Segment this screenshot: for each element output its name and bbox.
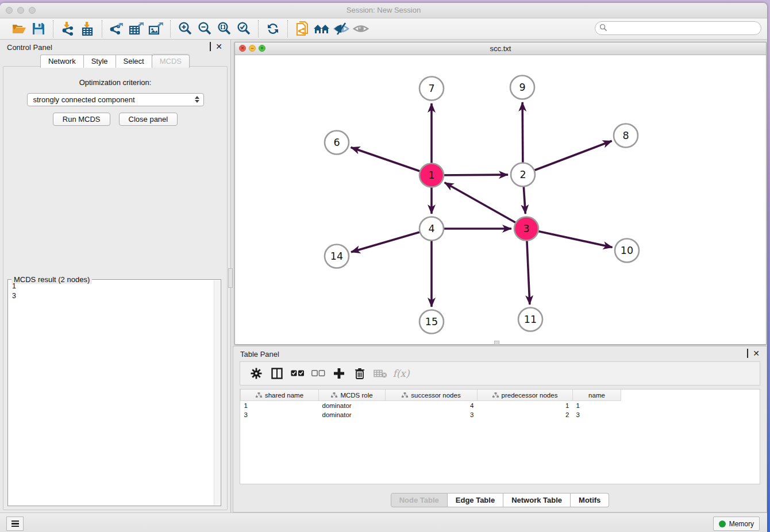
import-network-icon bbox=[60, 21, 76, 36]
export-image-button[interactable] bbox=[146, 21, 165, 37]
table-panel-title: Table Panel bbox=[240, 350, 279, 358]
table-row[interactable]: 3 dominator 3 2 3 bbox=[241, 410, 621, 419]
table-toolbar: f(x) bbox=[240, 361, 760, 385]
delete-table-button[interactable] bbox=[370, 364, 391, 383]
graph-node-label-4: 4 bbox=[428, 223, 434, 234]
table-tabs: Node Table Edge Table Network Table Moti… bbox=[233, 493, 767, 507]
col-successor-nodes[interactable]: successor nodes bbox=[386, 390, 478, 401]
open-file-button[interactable] bbox=[9, 21, 29, 37]
network-graph[interactable]: 7968124314101511 bbox=[235, 55, 766, 344]
task-history-button[interactable] bbox=[6, 516, 24, 531]
tab-motifs[interactable]: Motifs bbox=[571, 493, 609, 507]
col-name[interactable]: name bbox=[573, 390, 621, 401]
network-view-window: ✕ − + scc.txt 7968124314101511 bbox=[234, 42, 767, 345]
hide-selected-button[interactable] bbox=[332, 21, 351, 37]
title-bar[interactable]: Session: New Session bbox=[0, 3, 767, 18]
float-panel-button[interactable] bbox=[210, 43, 211, 50]
column-type-icon bbox=[331, 392, 337, 398]
table-float-button[interactable] bbox=[747, 350, 748, 357]
col-mcds-role[interactable]: MCDS role bbox=[319, 390, 386, 401]
gear-icon bbox=[251, 368, 262, 379]
tab-edge-table[interactable]: Edge Table bbox=[448, 493, 503, 507]
delete-table-icon bbox=[374, 369, 387, 378]
zoom-fit-button[interactable] bbox=[214, 21, 234, 37]
save-session-button[interactable] bbox=[29, 21, 48, 37]
column-layout-icon bbox=[271, 368, 283, 379]
graph-edge-3-10[interactable] bbox=[526, 229, 613, 247]
vertical-splitter-handle[interactable] bbox=[228, 268, 233, 288]
zoom-out-icon bbox=[197, 21, 212, 36]
import-network-button[interactable] bbox=[58, 21, 78, 37]
graph-node-label-10: 10 bbox=[621, 245, 633, 256]
tab-network[interactable]: Network bbox=[40, 55, 84, 68]
memory-button[interactable]: Memory bbox=[713, 516, 760, 531]
horizontal-splitter-handle[interactable] bbox=[494, 341, 499, 345]
main-area: Control Panel ✕ Network Style Select MCD… bbox=[0, 40, 767, 512]
show-all-button[interactable] bbox=[351, 21, 371, 37]
table-panel: Table Panel ✕ bbox=[233, 346, 767, 512]
tab-style[interactable]: Style bbox=[83, 55, 116, 68]
import-table-icon bbox=[80, 21, 95, 36]
import-table-button[interactable] bbox=[78, 21, 97, 37]
network-window-titlebar[interactable]: ✕ − + scc.txt bbox=[235, 43, 766, 55]
deselect-all-button[interactable] bbox=[308, 364, 329, 383]
close-panel-button[interactable]: Close panel bbox=[119, 113, 178, 126]
column-type-icon bbox=[256, 392, 262, 398]
graph-node-label-6: 6 bbox=[333, 137, 340, 148]
criterion-dropdown[interactable]: strongly connected component bbox=[27, 93, 204, 106]
export-network-icon bbox=[109, 21, 125, 36]
export-network-button[interactable] bbox=[107, 21, 126, 37]
column-layout-button[interactable] bbox=[267, 364, 287, 383]
control-panel-title: Control Panel bbox=[7, 43, 52, 52]
tab-network-table[interactable]: Network Table bbox=[503, 493, 571, 507]
run-mcds-button[interactable]: Run MCDS bbox=[53, 113, 110, 126]
table-settings-button[interactable] bbox=[246, 364, 267, 383]
graph-edge-2-8[interactable] bbox=[523, 141, 612, 175]
zoom-fit-icon bbox=[217, 21, 232, 36]
first-neighbors-button[interactable] bbox=[312, 21, 332, 37]
col-predecessor-nodes[interactable]: predecessor nodes bbox=[478, 390, 573, 401]
homes-icon bbox=[313, 22, 330, 36]
graph-node-label-2: 2 bbox=[519, 169, 526, 180]
table-row[interactable]: 1 dominator 4 1 1 bbox=[241, 401, 621, 411]
zoom-in-button[interactable] bbox=[175, 21, 195, 37]
duplicate-network-button[interactable] bbox=[292, 21, 312, 37]
app-window: Session: New Session bbox=[0, 3, 767, 532]
plus-icon bbox=[333, 368, 345, 379]
search-input[interactable] bbox=[595, 21, 761, 35]
graph-node-label-14: 14 bbox=[330, 250, 343, 262]
eye-slash-icon bbox=[333, 22, 349, 36]
mcds-result-scrollbar[interactable] bbox=[214, 280, 220, 505]
graph-node-label-7: 7 bbox=[428, 83, 434, 94]
select-all-button[interactable] bbox=[287, 364, 308, 383]
list-icon bbox=[11, 521, 19, 527]
zoom-selected-button[interactable] bbox=[234, 21, 253, 37]
refresh-icon bbox=[265, 21, 280, 36]
tab-mcds[interactable]: MCDS bbox=[152, 55, 190, 68]
tab-select[interactable]: Select bbox=[116, 55, 152, 68]
tab-node-table[interactable]: Node Table bbox=[391, 493, 448, 507]
table-close-icon[interactable]: ✕ bbox=[753, 350, 760, 357]
graph-node-label-3: 3 bbox=[523, 223, 529, 234]
network-window-title: scc.txt bbox=[235, 44, 766, 53]
export-table-button[interactable] bbox=[126, 21, 146, 37]
open-folder-icon bbox=[11, 22, 26, 35]
duplicate-network-icon bbox=[295, 21, 310, 37]
graph-node-label-15: 15 bbox=[425, 316, 438, 327]
save-icon bbox=[32, 22, 45, 36]
select-all-icon bbox=[291, 370, 305, 377]
status-bar: Memory bbox=[0, 512, 767, 532]
column-type-icon bbox=[492, 392, 499, 398]
function-builder-button[interactable]: f(x) bbox=[391, 364, 411, 383]
node-table[interactable]: shared name MCDS role successor nodes pr… bbox=[240, 389, 760, 484]
network-canvas[interactable]: 7968124314101511 bbox=[235, 55, 766, 344]
add-row-button[interactable] bbox=[329, 364, 349, 383]
graph-edge-3-1[interactable] bbox=[445, 183, 526, 229]
delete-row-button[interactable] bbox=[349, 364, 370, 383]
close-panel-icon[interactable]: ✕ bbox=[215, 43, 222, 50]
refresh-button[interactable] bbox=[263, 21, 283, 37]
zoom-out-button[interactable] bbox=[195, 21, 214, 37]
graph-node-label-9: 9 bbox=[519, 82, 525, 93]
column-type-icon bbox=[402, 392, 408, 398]
col-shared-name[interactable]: shared name bbox=[241, 390, 319, 401]
